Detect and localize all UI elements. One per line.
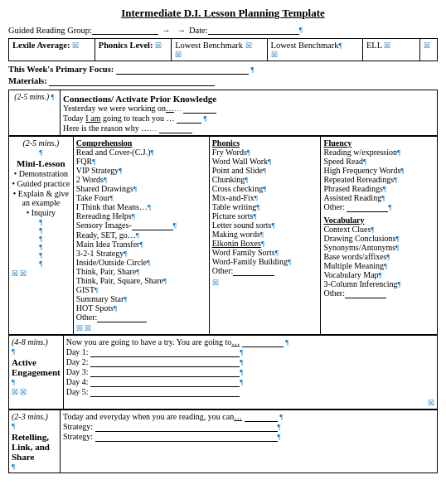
bullet-4: • Inquiry: [12, 208, 70, 217]
comprehension-cell: Comprehension Read and Cover-(C.J.)¶ FQR…: [73, 137, 209, 335]
ph-item-5: Cross checking¶: [212, 184, 318, 193]
fluency-title: Fluency: [323, 138, 434, 148]
comp-item-13: Inside/Outside Circle¶: [76, 258, 206, 267]
page-title: Intermediate D.I. Lesson Planning Templa…: [8, 7, 438, 20]
ph-item-12: Word Family Sorts¶: [212, 248, 318, 257]
mini-lesson-time-cell: (2-5 mins.) ¶ Mini-Lesson • Demonstratio…: [9, 137, 74, 335]
comp-other: Other:: [76, 313, 206, 322]
retelling-table: (2-3 mins.) ¶ Retelling, Link, and Share…: [8, 410, 438, 473]
materials-row: Materials:: [8, 76, 438, 86]
vocabulary-title: Vocabulary: [323, 216, 434, 225]
lowest-bench1-label: Lowest Benchmark: [175, 41, 243, 50]
comprehension-title: Comprehension: [76, 138, 206, 148]
retelling-content-cell: Today and everyday when you are reading,…: [61, 410, 438, 473]
connections-title: Connections/ Activate Prior Knowledge: [63, 94, 434, 104]
fl-item-3: High Frequency Words¶: [323, 166, 434, 175]
comp-item-5: Shared Drawings¶: [76, 184, 206, 193]
comp-item-17: Summary Star¶: [76, 294, 206, 303]
day3-row: Day 3: ¶: [66, 367, 434, 377]
comp-item-3: VIP Strategy¶: [76, 166, 206, 175]
voc-item-5: Multiple Meaning¶: [323, 261, 434, 270]
para-mark1: ¶: [299, 26, 303, 34]
comp-item-1: Read and Cover-(C.J.)¶: [76, 148, 206, 157]
ell-cell: ELL ☒: [362, 39, 419, 61]
ph-item-4: Chunking¶: [212, 175, 318, 184]
mini-lesson-title: Mini-Lesson: [12, 158, 70, 168]
mini-lesson-table: (2-5 mins.) ¶ Mini-Lesson • Demonstratio…: [8, 136, 438, 335]
focus-field[interactable]: [116, 65, 249, 75]
top-table: Lexile Average: ☒ Phonics Level: ☒ Lowes…: [8, 38, 438, 61]
strategy1-row: Strategy: ¶: [63, 422, 434, 432]
arrow2: →: [177, 26, 186, 35]
ph-item-8: Picture sorts¶: [212, 211, 318, 220]
phonics-label: Phonics Level:: [99, 41, 153, 50]
materials-field[interactable]: [49, 76, 215, 86]
comp-item-6: Take Four¶: [76, 193, 206, 202]
retelling-title: Retelling, Link, and Share: [12, 432, 57, 462]
materials-label: Materials:: [8, 76, 47, 85]
guided-reading-field[interactable]: [92, 25, 158, 35]
corner-cell: ☒: [420, 39, 438, 61]
date-label: Date:: [189, 26, 208, 35]
comp-item-18: HOT Spots¶: [76, 303, 206, 313]
voc-item-3: Synonyms/Antonyms¶: [323, 243, 434, 252]
fl-item-4: Repeated Rereadings¶: [323, 175, 434, 184]
engagement-title: Active Engagement: [12, 357, 61, 377]
ph-item-2: Word Wall Work¶: [212, 157, 318, 166]
engagement-time: (4-8 mins.): [12, 337, 61, 346]
ph-item-10: Making words¶: [212, 230, 318, 239]
day5-row: Day 5:: [66, 387, 434, 397]
fl-item-1: Reading w/expression¶: [323, 148, 434, 157]
day2-row: Day 2: ¶: [66, 357, 434, 367]
ph-item-11: Elkonin Boxes¶: [212, 239, 318, 248]
retelling-intro: Today and everyday when you are reading,…: [63, 412, 434, 422]
ph-other: Other:: [212, 266, 318, 276]
lowest-bench1-cell: Lowest Benchmark ☒ ☒: [172, 39, 267, 61]
focus-label: This Week's Primary Focus:: [8, 65, 114, 74]
mini-lesson-bullets: • Demonstration • Guided practice • Expl…: [12, 169, 70, 217]
comp-item-10: Ready, SET, go…¶: [76, 230, 206, 240]
header-row: Guided Reading Group: → → Date: ¶: [8, 25, 438, 35]
engagement-time-cell: (4-8 mins.) ¶ Active Engagement ¶ ☒ ☒: [9, 336, 64, 410]
connections-line1: Yesterday we were working on……: [63, 104, 434, 114]
voc-item-1: Context Clues¶: [323, 225, 434, 234]
comp-item-4: 2 Words¶: [76, 175, 206, 184]
comp-item-15: Think, Pair, Square, Share¶: [76, 276, 206, 285]
engagement-table: (4-8 mins.) ¶ Active Engagement ¶ ☒ ☒ No…: [8, 335, 438, 410]
lowest-bench2-cell: Lowest Benchmark¶ ☒: [267, 39, 362, 61]
fl-item-6: Assisted Reading¶: [323, 193, 434, 202]
fl-item-5: Phrased Readings¶: [323, 184, 434, 193]
voc-other: Other:: [323, 288, 434, 298]
ph-item-9: Letter sound sorts¶: [212, 220, 318, 230]
connections-table: (2-5 mins.) ¶ Connections/ Activate Prio…: [8, 90, 438, 136]
fluency-vocab-cell: Fluency Reading w/expression¶ Speed Read…: [321, 137, 438, 335]
day4-row: Day 4: ¶: [66, 377, 434, 387]
ph-item-1: Fry Words¶: [212, 148, 318, 157]
ph-item-6: Mix-and-Fix¶: [212, 193, 318, 202]
fl-item-2: Speed Read¶: [323, 157, 434, 166]
comp-item-2: FQR¶: [76, 157, 206, 166]
connections-time-cell: (2-5 mins.) ¶: [9, 90, 61, 136]
phonics-cell: Phonics Level: ☒: [95, 39, 171, 61]
comp-item-14: Think, Pair, Share¶: [76, 267, 206, 276]
ph-item-7: Table writing¶: [212, 202, 318, 211]
voc-item-2: Drawing Conclusions¶: [323, 234, 434, 243]
fl-other: Other: ¶: [323, 202, 434, 212]
comp-item-12: 3-2-1 Strategy¶: [76, 249, 206, 258]
comp-item-11: Main Idea Transfer¶: [76, 240, 206, 249]
phonics-title: Phonics: [212, 138, 318, 148]
connections-content-cell: Connections/ Activate Prior Knowledge Ye…: [61, 90, 438, 136]
guided-reading-label: Guided Reading Group:: [8, 26, 92, 35]
ph-item-13: Word-Family Building¶: [212, 257, 318, 266]
day1-row: Day 1: ¶: [66, 347, 434, 357]
bullet-1: • Demonstration: [12, 169, 70, 178]
comp-item-9: Sensory Images- ¶: [76, 220, 206, 230]
lexile-label: Lexile Average:: [12, 41, 70, 50]
ell-label: ELL: [366, 41, 382, 50]
voc-item-7: 3-Column Inferencing¶: [323, 279, 434, 288]
focus-row: This Week's Primary Focus: ¶: [8, 65, 438, 75]
engagement-content-cell: Now you are going to have a try. You are…: [63, 336, 437, 410]
lexile-cell: Lexile Average: ☒: [9, 39, 95, 61]
date-field[interactable]: [208, 25, 299, 35]
lowest-bench2-label: Lowest Benchmark: [271, 41, 339, 50]
